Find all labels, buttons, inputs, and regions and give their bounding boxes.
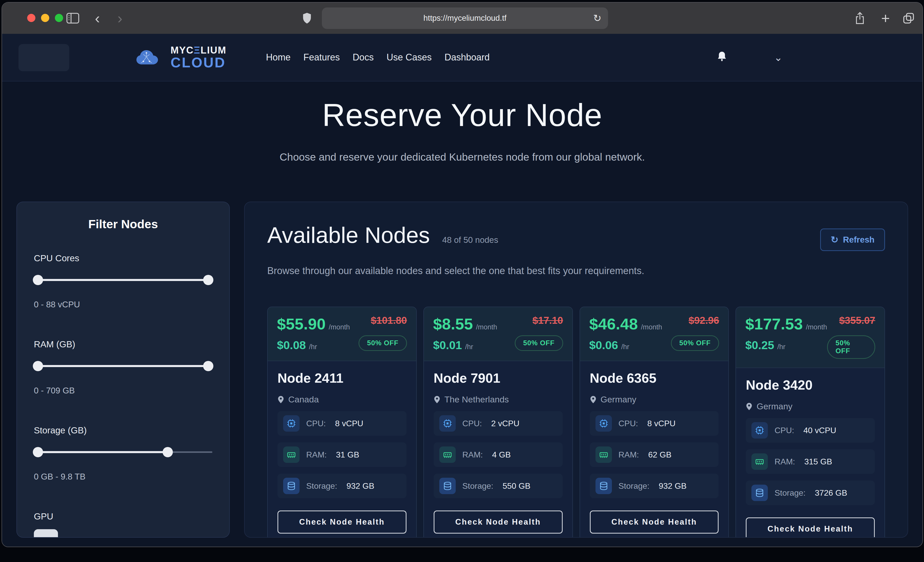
ram-range-slider[interactable] <box>34 361 212 371</box>
location-pin-icon <box>746 402 752 411</box>
cpu-icon <box>439 415 456 432</box>
storage-icon <box>283 478 300 494</box>
nav-link-docs[interactable]: Docs <box>352 52 374 63</box>
node-location: Canada <box>288 395 319 405</box>
refresh-button[interactable]: ↻ Refresh <box>820 229 885 251</box>
node-card: $8.55/month $0.01/hr $17.10 50% OFF Node… <box>423 306 573 538</box>
card-price-header: $177.53/month $0.25/hr $355.07 50% OFF <box>736 307 885 368</box>
card-body: Node 7901 The Netherlands CPU:2 vCPU <box>424 361 572 538</box>
shield-icon[interactable] <box>302 12 312 24</box>
filter-panel: Filter Nodes CPU Cores 0 - 88 vCPU RAM (… <box>16 202 230 538</box>
forward-button[interactable]: › <box>117 11 122 25</box>
nav-link-home[interactable]: Home <box>266 52 291 63</box>
ram-spec-row: RAM:4 GB <box>434 442 562 467</box>
cpu-spec-row: CPU:2 vCPU <box>434 411 562 436</box>
url-bar[interactable]: https://myceliumcloud.tf ↻ <box>322 7 608 29</box>
hero-section: Reserve Your Node Choose and reserve you… <box>2 81 922 163</box>
browser-chrome: ‹ › https://myceliumcloud.tf ↻ + <box>2 3 922 34</box>
gpu-toggle[interactable] <box>34 529 58 538</box>
node-name: Node 6365 <box>590 371 719 386</box>
slider-handle-max[interactable] <box>163 447 173 457</box>
nav-link-use-cases[interactable]: Use Cases <box>387 52 432 63</box>
monthly-price: $177.53 <box>745 315 803 333</box>
nav-links: Home Features Docs Use Cases Dashboard <box>266 52 490 63</box>
url-text: https://myceliumcloud.tf <box>423 13 507 23</box>
slider-track-remainder[interactable] <box>168 451 212 453</box>
page: MYCΞLIUM CLOUD Home Features Docs Use Ca… <box>2 34 922 547</box>
hourly-price: $0.25/hr <box>745 339 827 352</box>
monthly-price: $46.48 <box>590 315 638 333</box>
discount-badge: 50% OFF <box>358 335 407 351</box>
maximize-window-button[interactable] <box>55 14 63 22</box>
share-icon[interactable] <box>854 11 866 25</box>
ram-spec-row: RAM:62 GB <box>590 442 719 467</box>
ram-value: 62 GB <box>648 450 672 460</box>
slider-handle-min[interactable] <box>33 275 43 285</box>
slider-handle-max[interactable] <box>203 275 213 285</box>
check-node-health-button[interactable]: Check Node Health <box>434 511 562 534</box>
cpu-spec-row: CPU:8 vCPU <box>278 411 406 436</box>
new-tab-icon[interactable]: + <box>881 11 890 25</box>
cpu-range-slider[interactable] <box>34 275 212 285</box>
check-node-health-button[interactable]: Check Node Health <box>590 511 719 534</box>
ram-spec-row: RAM:315 GB <box>746 449 875 474</box>
cpu-range-value: 0 - 88 vCPU <box>34 300 212 309</box>
hourly-price: $0.08/hr <box>277 339 350 352</box>
minimize-window-button[interactable] <box>41 14 49 22</box>
cpu-icon <box>283 415 300 432</box>
sidebar-toggle-icon[interactable] <box>66 13 80 24</box>
slider-track[interactable] <box>34 365 212 367</box>
tab-overview-icon[interactable] <box>902 12 915 25</box>
cpu-spec-row: CPU:40 vCPU <box>746 418 875 442</box>
monthly-price: $55.90 <box>277 315 326 333</box>
slider-handle-min[interactable] <box>33 447 43 457</box>
panel-header: Available Nodes 48 of 50 nodes ↻ Refresh <box>267 222 885 251</box>
reload-icon[interactable]: ↻ <box>593 13 602 24</box>
storage-range-value: 0 GB - 9.8 TB <box>34 472 212 481</box>
storage-spec-row: Storage:932 GB <box>278 474 406 498</box>
hourly-price: $0.06/hr <box>590 339 662 352</box>
ram-icon <box>596 447 612 463</box>
back-button[interactable]: ‹ <box>95 11 100 25</box>
ram-value: 31 GB <box>336 450 359 460</box>
slider-track[interactable] <box>34 279 212 281</box>
nav-link-dashboard[interactable]: Dashboard <box>444 52 490 63</box>
site-logo[interactable]: MYCΞLIUM CLOUD <box>134 45 226 70</box>
storage-value: 932 GB <box>658 481 687 491</box>
browser-window: ‹ › https://myceliumcloud.tf ↻ + <box>2 2 923 547</box>
slider-track[interactable] <box>34 451 168 453</box>
panel-title: Available Nodes <box>267 222 430 248</box>
panel-description: Browse through our available nodes and s… <box>267 265 885 277</box>
storage-spec-row: Storage:3726 GB <box>746 481 875 505</box>
close-window-button[interactable] <box>27 14 35 22</box>
storage-range-slider[interactable] <box>34 447 212 457</box>
slider-handle-max[interactable] <box>203 361 213 371</box>
node-name: Node 2411 <box>278 371 406 386</box>
location-pin-icon <box>278 396 284 404</box>
storage-value: 550 GB <box>502 481 531 491</box>
node-location: Germany <box>756 401 792 411</box>
storage-icon <box>439 478 456 494</box>
notifications-bell-icon[interactable] <box>716 51 728 64</box>
content-row: Filter Nodes CPU Cores 0 - 88 vCPU RAM (… <box>2 202 922 538</box>
node-count: 48 of 50 nodes <box>442 235 498 245</box>
card-body: Node 3420 Germany CPU:40 vCPU <box>736 368 885 538</box>
filter-title: Filter Nodes <box>34 217 212 231</box>
page-title: Reserve Your Node <box>2 97 922 133</box>
check-node-health-button[interactable]: Check Node Health <box>278 511 406 534</box>
ram-spec-row: RAM:31 GB <box>278 442 406 467</box>
node-location: Germany <box>601 395 636 405</box>
card-body: Node 2411 Canada CPU:8 vCPU <box>268 361 416 538</box>
nav-link-features[interactable]: Features <box>303 52 340 63</box>
check-node-health-button[interactable]: Check Node Health <box>746 517 875 538</box>
account-chevron-down-icon[interactable]: ⌄ <box>774 51 783 63</box>
slider-handle-min[interactable] <box>33 361 43 371</box>
site-navbar: MYCΞLIUM CLOUD Home Features Docs Use Ca… <box>2 34 922 81</box>
ram-icon <box>752 453 768 470</box>
old-price: $17.10 <box>532 315 563 326</box>
storage-value: 932 GB <box>346 481 374 491</box>
cpu-value: 2 vCPU <box>491 419 519 428</box>
cpu-value: 40 vCPU <box>804 426 836 435</box>
cpu-icon <box>752 422 768 438</box>
storage-value: 3726 GB <box>815 488 847 498</box>
